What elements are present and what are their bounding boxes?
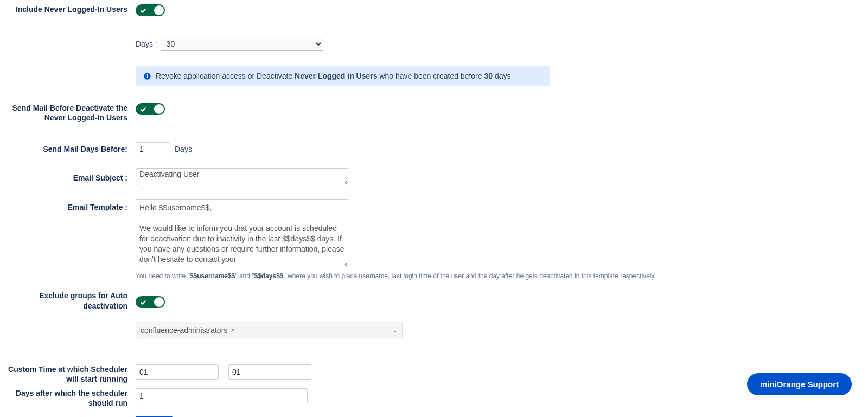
days-after-input[interactable] (136, 388, 308, 403)
email-subject-input[interactable] (136, 168, 348, 185)
exclude-groups-label: Exclude groups for Auto deactivation (0, 291, 136, 310)
toggle-knob (154, 297, 164, 307)
check-icon (140, 106, 146, 112)
template-helper: You need to write "$$username$$" and "$$… (136, 272, 868, 280)
info-banner: Revoke application access or Deactivate … (136, 66, 550, 86)
days-after-label: Days after which the scheduler should ru… (0, 388, 136, 408)
days-suffix: Days (175, 145, 192, 153)
chevron-down-icon (392, 328, 398, 333)
check-icon (140, 7, 146, 14)
send-mail-days-input[interactable] (136, 142, 170, 156)
group-chip: confluence-administrators × (141, 326, 235, 335)
scheduler-hour-input[interactable] (136, 364, 219, 380)
send-mail-before-toggle[interactable] (136, 103, 165, 115)
group-chip-label: confluence-administrators (141, 326, 227, 335)
include-never-toggle[interactable] (136, 4, 165, 16)
svg-rect-2 (147, 74, 148, 74)
email-subject-label: Email Subject : (0, 173, 136, 183)
exclude-groups-toggle[interactable] (136, 296, 165, 308)
custom-time-label: Custom Time at which Scheduler will star… (0, 364, 136, 384)
days-select[interactable]: 30 (161, 37, 323, 51)
days-label: Days : (136, 40, 157, 48)
info-text: Revoke application access or Deactivate … (156, 72, 511, 80)
toggle-knob (154, 5, 164, 15)
email-template-input[interactable] (136, 199, 348, 267)
include-never-label: Include Never Logged-In Users (0, 4, 136, 14)
send-mail-days-label: Send Mail Days Before: (0, 144, 136, 154)
exclude-groups-select[interactable]: confluence-administrators × (136, 322, 403, 339)
scheduler-minute-input[interactable] (228, 364, 311, 380)
toggle-knob (154, 104, 164, 114)
svg-rect-1 (147, 75, 148, 78)
send-mail-before-label: Send Mail Before Deactivate the Never Lo… (0, 103, 136, 123)
email-template-label: Email Template : (0, 199, 136, 212)
info-icon (143, 72, 151, 80)
chip-remove-icon[interactable]: × (231, 326, 235, 335)
check-icon (140, 299, 146, 305)
support-button[interactable]: miniOrange Support (747, 373, 852, 395)
